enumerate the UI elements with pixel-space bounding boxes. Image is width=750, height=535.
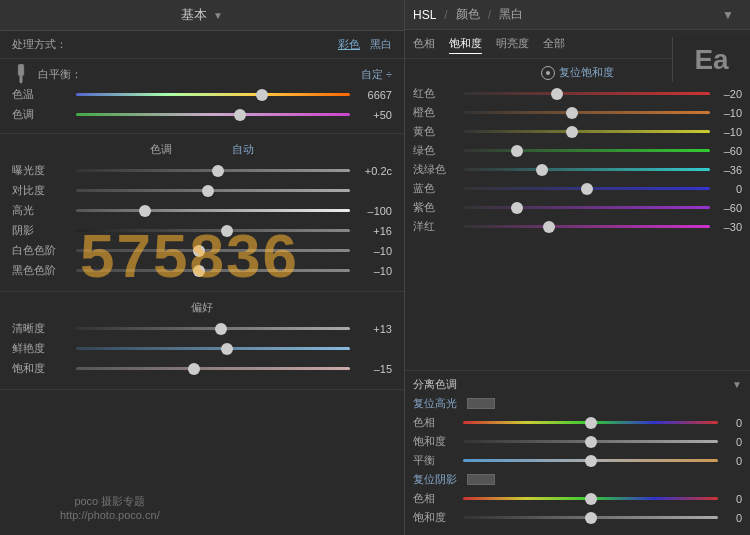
highlight-color-box[interactable] [467,398,495,409]
split-shadow-thumb[interactable] [585,493,597,505]
slider-thumb[interactable] [566,107,578,119]
slider-track-container[interactable] [76,362,350,376]
hsl-slider-container[interactable] [463,201,710,215]
split-shadow-slider-container[interactable] [463,492,718,506]
slider-track-container[interactable] [76,244,350,258]
tab-arrow[interactable]: ▼ [722,8,734,22]
slider-thumb[interactable] [215,323,227,335]
slider-thumb[interactable] [585,436,597,448]
slider-thumb[interactable] [188,363,200,375]
slider-track [76,209,350,212]
slider-label: 鲜艳度 [12,341,70,356]
slider-row-白色色阶: 白色色阶–10 [12,243,392,258]
split-slider-container[interactable] [463,435,718,449]
slider-thumb[interactable] [536,164,548,176]
hsl-slider-container[interactable] [463,125,710,139]
slider-track-container[interactable] [76,224,350,238]
split-shadow-reset-btn[interactable]: 复位阴影 [413,472,457,487]
split-highlight-reset-btn[interactable]: 复位高光 [413,396,457,411]
slider-track-container[interactable] [76,164,350,178]
slider-thumb[interactable] [193,265,205,277]
hsl-track [463,168,710,171]
hsl-label: 浅绿色 [413,162,459,177]
slider-thumb[interactable] [234,109,246,121]
hsl-track [463,111,710,114]
split-shadow-value: 0 [722,493,742,505]
hsl-label: 紫色 [413,200,459,215]
slider-track-container[interactable] [76,184,350,198]
hsl-slider-container[interactable] [463,87,710,101]
target-icon[interactable] [541,66,555,80]
wb-value[interactable]: 自定 ÷ [356,67,392,82]
slider-thumb[interactable] [193,245,205,257]
hsl-slider-container[interactable] [463,106,710,120]
slider-thumb[interactable] [581,183,593,195]
slider-value: +16 [356,225,392,237]
eyedropper-icon[interactable] [12,65,30,83]
split-slider-container[interactable] [463,416,718,430]
pref-sliders: 清晰度+13鲜艳度饱和度–15 [12,321,392,376]
slider-thumb[interactable] [221,343,233,355]
slider-label: 白色色阶 [12,243,70,258]
tone-auto-btn[interactable]: 自动 [232,142,254,157]
hsl-label: 黄色 [413,124,459,139]
basic-arrow[interactable]: ▼ [213,10,223,21]
hsl-value: –36 [714,164,742,176]
right-header: HSL / 颜色 / 黑白 ▼ [405,0,750,30]
slider-thumb[interactable] [212,165,224,177]
slider-thumb[interactable] [566,126,578,138]
slider-track-container[interactable] [76,322,350,336]
tab-hsl[interactable]: HSL [413,8,436,22]
slider-track [76,327,350,330]
process-color-btn[interactable]: 彩色 [338,37,360,52]
slider-thumb[interactable] [585,417,597,429]
split-shadow-thumb[interactable] [585,512,597,524]
slider-thumb[interactable] [139,205,151,217]
slider-thumb[interactable] [256,89,268,101]
split-shadow-header: 复位阴影 [413,472,742,487]
split-label: 饱和度 [413,434,459,449]
slider-track [76,113,350,116]
shadow-color-box[interactable] [467,474,495,485]
slider-label: 色调 [12,107,70,122]
hsl-slider-row: 黄色–10 [413,124,742,139]
hsl-slider-container[interactable] [463,163,710,177]
tab-bw[interactable]: 黑白 [499,6,523,23]
tone-sliders: 曝光度+0.2c对比度 [12,163,392,198]
slider-value: +50 [356,109,392,121]
slider-track-container[interactable] [76,204,350,218]
wb-section: 白平衡： 自定 ÷ 色温6667色调+50 [0,59,404,134]
hsl-value: –60 [714,145,742,157]
slider-thumb[interactable] [511,145,523,157]
hsl-slider-container[interactable] [463,144,710,158]
tab-color[interactable]: 颜色 [456,6,480,23]
slider-track-container[interactable] [76,264,350,278]
slider-thumb[interactable] [543,221,555,233]
split-shadow-slider-container[interactable] [463,511,718,525]
slider-thumb[interactable] [221,225,233,237]
hsl-slider-container[interactable] [463,220,710,234]
process-bw-btn[interactable]: 黑白 [370,37,392,52]
balance-slider[interactable] [463,454,718,468]
tab-hue[interactable]: 色相 [413,34,435,54]
slider-thumb[interactable] [551,88,563,100]
pref-section: 偏好 清晰度+13鲜艳度饱和度–15 [0,292,404,390]
hsl-slider-container[interactable] [463,182,710,196]
hsl-reset-btn[interactable]: 复位饱和度 [559,65,614,80]
slider-track [76,347,350,350]
slider-thumb[interactable] [511,202,523,214]
slider-track-container[interactable] [76,88,350,102]
slider-track [76,93,350,96]
tab-all[interactable]: 全部 [543,34,565,54]
tab-saturation[interactable]: 饱和度 [449,34,482,54]
slider-track-container[interactable] [76,342,350,356]
balance-value: 0 [722,455,742,467]
slider-track-container[interactable] [76,108,350,122]
hsl-slider-row: 蓝色0 [413,181,742,196]
slider-track [76,229,350,232]
slider-thumb[interactable] [202,185,214,197]
slider-label: 色温 [12,87,70,102]
ea-badge: Ea [672,37,750,82]
tab-brightness[interactable]: 明亮度 [496,34,529,54]
slider-value: –100 [356,205,392,217]
